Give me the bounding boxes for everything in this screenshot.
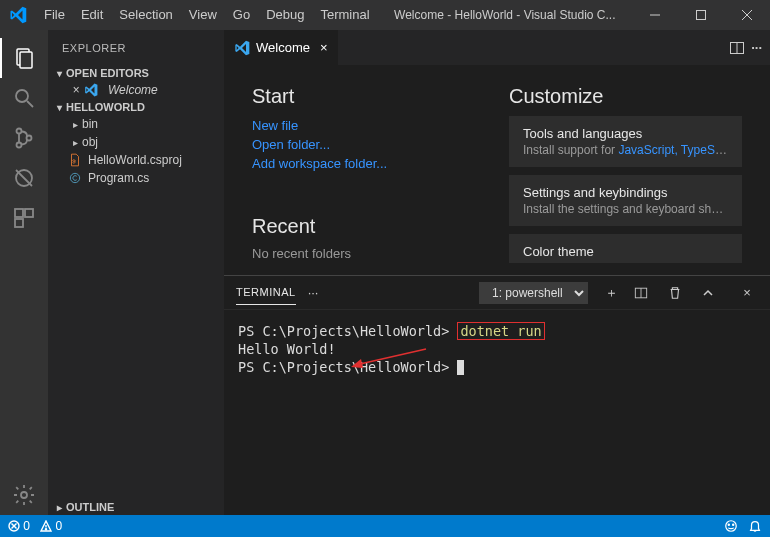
activity-source-control[interactable] bbox=[0, 118, 48, 158]
status-feedback-icon[interactable] bbox=[724, 519, 738, 533]
more-icon[interactable]: ··· bbox=[308, 285, 319, 300]
vscode-icon bbox=[234, 40, 250, 56]
menu-selection[interactable]: Selection bbox=[111, 0, 180, 30]
folder-item[interactable]: ▸ obj bbox=[48, 133, 224, 151]
split-terminal-icon[interactable] bbox=[634, 286, 656, 300]
tab-bar: Welcome × ··· bbox=[224, 30, 770, 65]
svg-line-22 bbox=[360, 349, 426, 364]
explorer-sidebar: EXPLORER ▾ OPEN EDITORS × Welcome ▾ HELL… bbox=[48, 30, 224, 515]
status-notifications-icon[interactable] bbox=[748, 519, 762, 533]
maximize-panel-icon[interactable] bbox=[702, 287, 724, 299]
terminal-content[interactable]: PS C:\Projects\HelloWorld> dotnet run He… bbox=[224, 310, 770, 515]
card-desc: Install the settings and keyboard shor..… bbox=[523, 202, 728, 216]
terminal-selector[interactable]: 1: powershell bbox=[479, 282, 588, 304]
svg-point-9 bbox=[17, 143, 22, 148]
annotation-arrow bbox=[350, 346, 430, 370]
window-minimize[interactable] bbox=[632, 0, 678, 30]
menu-edit[interactable]: Edit bbox=[73, 0, 111, 30]
activity-extensions[interactable] bbox=[0, 198, 48, 238]
outline-section[interactable]: ▸ OUTLINE bbox=[48, 499, 224, 515]
card-title: Settings and keybindings bbox=[523, 185, 728, 200]
file-icon bbox=[68, 171, 88, 185]
terminal-prompt: PS C:\Projects\HelloWorld> bbox=[238, 323, 449, 339]
kill-terminal-icon[interactable] bbox=[668, 286, 690, 300]
activity-settings[interactable] bbox=[0, 475, 48, 515]
link-new-file[interactable]: New file bbox=[252, 116, 485, 135]
file-icon bbox=[68, 153, 88, 167]
editor-area: Welcome × ··· Start New file Open folder… bbox=[224, 30, 770, 515]
svg-rect-5 bbox=[20, 52, 32, 68]
more-icon[interactable]: ··· bbox=[751, 40, 762, 55]
status-bar: 0 0 bbox=[0, 515, 770, 537]
open-editors-section[interactable]: ▾ OPEN EDITORS bbox=[48, 65, 224, 81]
title-bar: File Edit Selection View Go Debug Termin… bbox=[0, 0, 770, 30]
svg-point-6 bbox=[16, 90, 28, 102]
window-maximize[interactable] bbox=[678, 0, 724, 30]
close-icon[interactable]: × bbox=[320, 40, 328, 55]
svg-rect-13 bbox=[15, 209, 23, 217]
chevron-down-icon: ▾ bbox=[52, 68, 66, 79]
menu-terminal[interactable]: Terminal bbox=[312, 0, 377, 30]
link-add-workspace[interactable]: Add workspace folder... bbox=[252, 154, 485, 173]
svg-marker-23 bbox=[351, 359, 363, 368]
svg-rect-15 bbox=[15, 219, 23, 227]
chevron-right-icon: ▸ bbox=[68, 119, 82, 130]
folder-item[interactable]: ▸ bin bbox=[48, 115, 224, 133]
card-desc: Install support for JavaScript, TypeScri… bbox=[523, 143, 728, 157]
menu-debug[interactable]: Debug bbox=[258, 0, 312, 30]
link-open-folder[interactable]: Open folder... bbox=[252, 135, 485, 154]
window-close[interactable] bbox=[724, 0, 770, 30]
terminal-command: dotnet run bbox=[457, 322, 544, 340]
sidebar-title: EXPLORER bbox=[48, 30, 224, 65]
file-label: HelloWorld.csproj bbox=[88, 153, 182, 167]
card-title: Color theme bbox=[523, 244, 728, 259]
svg-rect-1 bbox=[697, 11, 706, 20]
terminal-cursor bbox=[457, 360, 464, 375]
svg-point-10 bbox=[27, 136, 32, 141]
tab-welcome[interactable]: Welcome × bbox=[224, 30, 338, 65]
customize-heading: Customize bbox=[509, 85, 742, 108]
status-warnings[interactable]: 0 bbox=[40, 519, 62, 533]
chevron-down-icon: ▾ bbox=[52, 102, 66, 113]
close-icon[interactable]: × bbox=[68, 83, 84, 97]
svg-point-29 bbox=[726, 521, 737, 532]
activity-bar bbox=[0, 30, 48, 515]
window-title: Welcome - HelloWorld - Visual Studio C..… bbox=[378, 8, 632, 22]
recent-heading: Recent bbox=[252, 215, 485, 238]
svg-rect-14 bbox=[25, 209, 33, 217]
file-item[interactable]: HelloWorld.csproj bbox=[48, 151, 224, 169]
welcome-page: Start New file Open folder... Add worksp… bbox=[224, 65, 770, 275]
recent-empty: No recent folders bbox=[252, 246, 485, 261]
new-terminal-icon[interactable]: ＋ bbox=[600, 284, 622, 302]
open-editor-welcome[interactable]: × Welcome bbox=[48, 81, 224, 99]
activity-search[interactable] bbox=[0, 78, 48, 118]
workspace-label: HELLOWORLD bbox=[66, 101, 145, 113]
menu-file[interactable]: File bbox=[36, 0, 73, 30]
close-panel-icon[interactable]: × bbox=[736, 285, 758, 300]
tab-label: Welcome bbox=[256, 40, 310, 55]
folder-label: bin bbox=[82, 117, 98, 131]
terminal-output: Hello World! bbox=[238, 340, 756, 358]
customize-card[interactable]: Settings and keybindings Install the set… bbox=[509, 175, 742, 226]
outline-label: OUTLINE bbox=[66, 501, 114, 513]
file-label: Program.cs bbox=[88, 171, 149, 185]
customize-card[interactable]: Color theme bbox=[509, 234, 742, 263]
svg-point-28 bbox=[45, 529, 46, 530]
panel-tab-terminal[interactable]: TERMINAL bbox=[236, 286, 296, 305]
menu-bar: File Edit Selection View Go Debug Termin… bbox=[36, 0, 378, 30]
activity-debug[interactable] bbox=[0, 158, 48, 198]
file-item[interactable]: Program.cs bbox=[48, 169, 224, 187]
svg-point-8 bbox=[17, 129, 22, 134]
svg-point-16 bbox=[21, 492, 27, 498]
vscode-logo bbox=[0, 6, 36, 24]
menu-go[interactable]: Go bbox=[225, 0, 258, 30]
open-editor-label: Welcome bbox=[108, 83, 158, 97]
chevron-right-icon: ▸ bbox=[52, 502, 66, 513]
customize-card[interactable]: Tools and languages Install support for … bbox=[509, 116, 742, 167]
workspace-section[interactable]: ▾ HELLOWORLD bbox=[48, 99, 224, 115]
activity-explorer[interactable] bbox=[0, 38, 48, 78]
status-errors[interactable]: 0 bbox=[8, 519, 30, 533]
split-editor-icon[interactable] bbox=[729, 40, 745, 56]
menu-view[interactable]: View bbox=[181, 0, 225, 30]
chevron-right-icon: ▸ bbox=[68, 137, 82, 148]
